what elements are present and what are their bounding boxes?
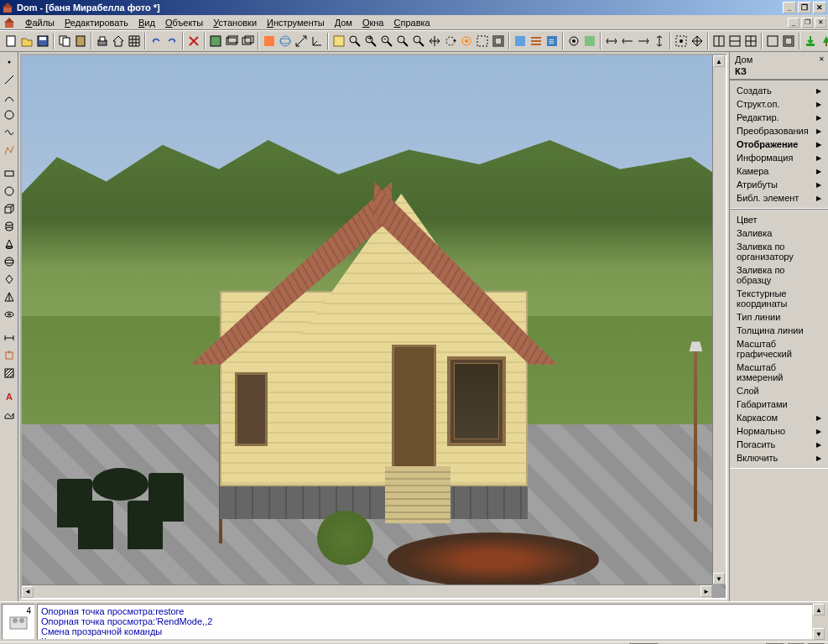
arrow-lr-icon[interactable] <box>604 32 619 50</box>
zoomfit-icon[interactable] <box>395 32 410 50</box>
panel-item[interactable]: Слой <box>730 384 828 397</box>
select-icon[interactable] <box>475 32 490 50</box>
tool-c-icon[interactable]: ≡ <box>544 32 560 50</box>
panel-item[interactable]: Масштаб графический <box>730 337 828 361</box>
panel-item[interactable]: Камера▶ <box>730 164 828 178</box>
angle-icon[interactable] <box>310 32 325 50</box>
view1-icon[interactable] <box>208 32 223 50</box>
panel-item[interactable]: Включить▶ <box>730 451 828 465</box>
redo-icon[interactable] <box>164 32 180 50</box>
scroll-up-icon[interactable]: ▲ <box>713 55 725 67</box>
menu-settings[interactable]: Установки <box>208 16 262 29</box>
layer-icon[interactable] <box>331 32 346 50</box>
box-icon[interactable] <box>1 200 18 217</box>
zoomout-icon[interactable]: - <box>379 32 394 50</box>
arrow-r-icon[interactable] <box>636 32 651 50</box>
panel-item[interactable]: Цвет <box>730 213 828 226</box>
scroll-down-icon[interactable]: ▼ <box>713 573 725 584</box>
panel-item[interactable]: Заливка <box>730 226 828 240</box>
panel-item[interactable]: Редактир.▶ <box>730 111 828 124</box>
panel-item[interactable]: Тип линии <box>730 310 828 324</box>
new-icon[interactable] <box>3 32 18 50</box>
orbit-icon[interactable] <box>459 32 474 50</box>
win2-icon[interactable] <box>781 32 796 50</box>
scroll-right-icon[interactable]: ► <box>700 585 712 597</box>
command-log[interactable]: Опорная точка просмотра:restore Опорная … <box>37 604 813 640</box>
panel-item[interactable]: Нормально▶ <box>730 424 828 438</box>
paste-icon[interactable] <box>73 32 88 50</box>
circle-icon[interactable] <box>1 106 18 123</box>
text-icon[interactable]: A <box>1 388 18 405</box>
tree-icon[interactable] <box>819 32 828 50</box>
circle2-icon[interactable] <box>1 183 18 200</box>
cone-icon[interactable] <box>1 236 18 252</box>
menu-tools[interactable]: Инструменты <box>262 16 330 29</box>
doc-close-button[interactable]: ✕ <box>815 18 826 28</box>
polyline-icon[interactable] <box>1 142 18 158</box>
zoomin-icon[interactable]: + <box>363 32 378 50</box>
home-icon[interactable] <box>111 32 126 50</box>
panel-item[interactable]: Создать▶ <box>730 84 828 97</box>
panel-close-icon[interactable]: ✕ <box>816 54 826 64</box>
view3-icon[interactable] <box>240 32 255 50</box>
viewport[interactable]: ▲ ▼ ◄ ► <box>20 54 727 600</box>
scrollbar-horizontal[interactable]: ◄ ► <box>22 584 712 598</box>
win1-icon[interactable] <box>765 32 780 50</box>
panel-item[interactable]: Заливка по образцу <box>730 263 828 287</box>
grid-icon[interactable] <box>127 32 142 50</box>
scrollbar-vertical[interactable]: ▲ ▼ <box>712 55 726 584</box>
scroll-left-icon[interactable]: ◄ <box>22 586 34 598</box>
panel-item[interactable]: Информация▶ <box>730 151 828 164</box>
minimize-button[interactable]: _ <box>783 2 796 13</box>
menu-edit[interactable]: Редактировать <box>60 16 133 29</box>
panel-item[interactable]: Каркасом▶ <box>730 411 828 424</box>
close-button[interactable]: ✕ <box>813 2 826 13</box>
menu-windows[interactable]: Окна <box>357 16 389 29</box>
open-icon[interactable] <box>19 32 34 50</box>
prism-icon[interactable] <box>1 271 18 288</box>
measure-icon[interactable] <box>294 32 309 50</box>
sphere-icon[interactable] <box>1 253 18 270</box>
selectall-icon[interactable] <box>491 32 506 50</box>
point-icon[interactable] <box>1 54 18 70</box>
doc-minimize-button[interactable]: _ <box>788 18 799 28</box>
split-h-icon[interactable] <box>727 32 742 50</box>
insert-icon[interactable] <box>1 347 18 364</box>
arrow-l-icon[interactable] <box>620 32 635 50</box>
panel-item[interactable]: Преобразования▶ <box>730 124 828 138</box>
delete-icon[interactable] <box>186 32 201 50</box>
restore-button[interactable]: ❐ <box>798 2 811 13</box>
panel-item[interactable]: Структ.оп.▶ <box>730 97 828 111</box>
hatch-icon[interactable] <box>1 365 18 382</box>
pyramid-icon[interactable] <box>1 288 18 305</box>
render-icon[interactable] <box>262 32 277 50</box>
rect-icon[interactable] <box>1 165 18 182</box>
tool-e-icon[interactable] <box>582 32 597 50</box>
snap-icon[interactable] <box>674 32 689 50</box>
menu-home[interactable]: Дом <box>330 16 357 29</box>
split-v-icon[interactable] <box>711 32 726 50</box>
view2-icon[interactable] <box>224 32 239 50</box>
log-scroll-up-icon[interactable]: ▲ <box>813 604 825 615</box>
zoomprev-icon[interactable] <box>411 32 426 50</box>
undo-icon[interactable] <box>148 32 164 50</box>
menu-files[interactable]: Файлы <box>20 16 60 29</box>
rotate-icon[interactable] <box>443 32 458 50</box>
panel-item[interactable]: Библ. элемент▶ <box>730 191 828 205</box>
panel-item[interactable]: Заливка по организатору <box>730 240 828 263</box>
doc-restore-button[interactable]: ❐ <box>801 18 813 28</box>
tool-b-icon[interactable] <box>529 32 544 50</box>
log-scrollbar[interactable]: ▲ ▼ <box>813 604 826 640</box>
arc-icon[interactable] <box>1 89 18 106</box>
menu-help[interactable]: Справка <box>389 16 435 29</box>
panel-item[interactable]: Толщина линии <box>730 324 828 337</box>
move-icon[interactable] <box>690 32 705 50</box>
menu-objects[interactable]: Объекты <box>160 16 208 29</box>
panel-item[interactable]: Габаритами <box>730 397 828 411</box>
dim-icon[interactable] <box>1 330 18 346</box>
menu-view[interactable]: Вид <box>133 16 160 29</box>
line-icon[interactable] <box>1 71 18 88</box>
cylinder-icon[interactable] <box>1 218 18 235</box>
panel-item[interactable]: Текстурные координаты <box>730 287 828 310</box>
wireframe-icon[interactable] <box>278 32 293 50</box>
